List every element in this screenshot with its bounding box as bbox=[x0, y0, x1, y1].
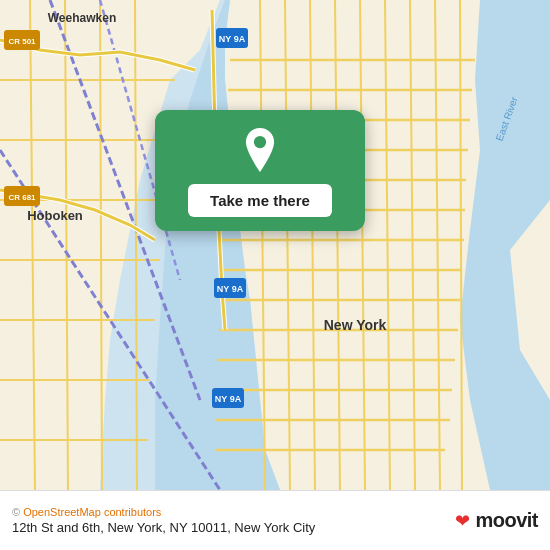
svg-point-59 bbox=[254, 136, 266, 148]
moovit-heart-icon: ❤ bbox=[455, 510, 470, 532]
address-text: 12th St and 6th, New York, NY 10011, New… bbox=[12, 520, 315, 535]
svg-text:Weehawken: Weehawken bbox=[48, 11, 116, 25]
take-me-there-button[interactable]: Take me there bbox=[188, 184, 332, 217]
svg-text:CR 681: CR 681 bbox=[8, 193, 36, 202]
svg-text:NY 9A: NY 9A bbox=[219, 34, 246, 44]
moovit-logo: ❤ moovit bbox=[455, 509, 538, 532]
svg-text:Hoboken: Hoboken bbox=[27, 208, 83, 223]
osm-link[interactable]: OpenStreetMap contributors bbox=[23, 506, 161, 518]
popup-card: Take me there bbox=[155, 110, 365, 231]
svg-text:New York: New York bbox=[324, 317, 387, 333]
location-pin-icon bbox=[238, 128, 282, 172]
map-container: NY 9A NY 9A NY 9A NY 495 CR 501 CR 681 W… bbox=[0, 0, 550, 490]
address-section: © OpenStreetMap contributors 12th St and… bbox=[12, 506, 315, 535]
svg-text:NY 9A: NY 9A bbox=[215, 394, 242, 404]
osm-attribution: © OpenStreetMap contributors bbox=[12, 506, 315, 518]
moovit-brand-text: moovit bbox=[475, 509, 538, 532]
svg-text:CR 501: CR 501 bbox=[8, 37, 36, 46]
bottom-bar: © OpenStreetMap contributors 12th St and… bbox=[0, 490, 550, 550]
svg-text:NY 9A: NY 9A bbox=[217, 284, 244, 294]
